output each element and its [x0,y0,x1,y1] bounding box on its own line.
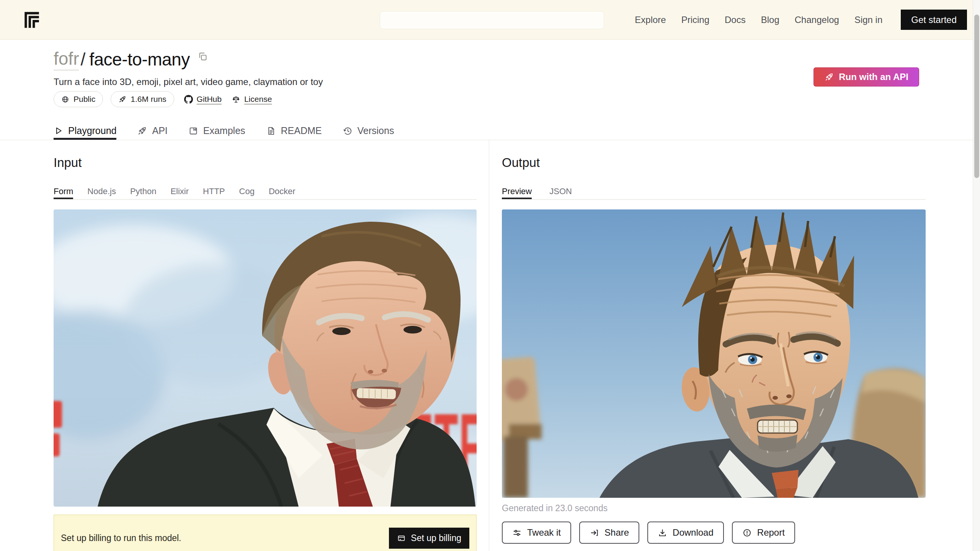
tweak-it-button[interactable]: Tweak it [502,522,571,544]
generation-time: Generated in 23.0 seconds [502,503,608,513]
tab-versions[interactable]: Versions [343,122,394,140]
search-input[interactable] [380,11,604,29]
sign-in-link[interactable]: Sign in [854,15,882,25]
download-button[interactable]: Download [647,522,724,544]
output-column: Output Preview JSON [490,140,973,551]
top-nav: Explore Pricing Docs Blog Changelog Sign… [635,10,967,30]
output-heading: Output [502,155,540,170]
run-with-api-button[interactable]: Run with an API [813,67,919,87]
tab-examples[interactable]: Examples [188,122,245,140]
output-tab-json[interactable]: JSON [549,184,572,199]
site-header: Explore Pricing Docs Blog Changelog Sign… [0,0,980,40]
tab-label: Versions [358,125,394,136]
share-icon [590,528,599,538]
download-icon [658,528,667,538]
tab-label: API [152,125,167,136]
license-link[interactable]: License [232,95,272,104]
page-title: face-to-many [89,49,189,70]
input-image[interactable]: NETFL [54,209,477,507]
runs-badge: 1.6M runs [111,91,174,107]
visibility-badge: Public [54,91,103,107]
replicate-model-page: Explore Pricing Docs Blog Changelog Sign… [0,0,980,551]
page-scrollbar[interactable] [973,0,980,551]
model-tab-bar: Playground API Examples README Versions [0,122,973,140]
input-tab-http[interactable]: HTTP [203,184,225,199]
title-separator: / [80,49,85,70]
owner-link[interactable]: fofr [54,48,79,70]
tab-label: README [281,125,322,136]
model-description: Turn a face into 3D, emoji, pixel art, v… [54,77,323,87]
output-tabs: Preview JSON [502,184,926,200]
nav-blog[interactable]: Blog [761,15,779,25]
box-icon [188,126,198,136]
tweak-it-label: Tweak it [527,527,561,538]
set-up-billing-button[interactable]: Set up billing [389,528,469,549]
report-label: Report [757,527,785,538]
license-label: License [244,95,272,104]
input-language-tabs: Form Node.js Python Elixir HTTP Cog Dock… [54,184,477,200]
wallet-icon [397,534,406,543]
tab-label: Examples [203,125,245,136]
scrollbar-thumb[interactable] [974,15,979,178]
github-link[interactable]: GitHub [184,95,222,104]
nav-changelog[interactable]: Changelog [795,15,839,25]
run-with-api-label: Run with an API [839,72,908,82]
rocket-icon [824,72,834,82]
document-icon [266,126,276,136]
github-label: GitHub [197,95,222,104]
replicate-logo-icon[interactable] [23,10,41,29]
tab-label: Playground [68,125,116,136]
input-heading: Input [54,155,82,170]
input-tab-elixir[interactable]: Elixir [170,184,189,199]
share-button[interactable]: Share [579,522,639,544]
input-tab-form[interactable]: Form [54,184,73,199]
input-tab-python[interactable]: Python [130,184,157,199]
scales-icon [232,95,240,104]
input-column: Input Form Node.js Python Elixir HTTP Co… [0,140,489,551]
badge-row: Public 1.6M runs GitHub License [54,91,272,107]
input-tab-cog[interactable]: Cog [239,184,255,199]
tab-playground[interactable]: Playground [54,122,116,140]
input-tab-docker[interactable]: Docker [269,184,296,199]
globe-icon [61,95,69,103]
output-tab-preview[interactable]: Preview [502,184,532,199]
report-button[interactable]: Report [732,522,795,544]
tab-readme[interactable]: README [266,122,322,140]
rocket-icon [137,126,147,136]
set-up-billing-label: Set up billing [411,533,461,543]
billing-message: Set up billing to run this model. [61,533,181,543]
get-started-button[interactable]: Get started [901,10,967,30]
playground-main: Input Form Node.js Python Elixir HTTP Co… [0,140,980,551]
share-label: Share [604,527,629,538]
input-tab-nodejs[interactable]: Node.js [87,184,116,199]
runs-count: 1.6M runs [131,95,166,104]
rocket-icon [118,95,126,103]
nav-docs[interactable]: Docs [725,15,746,25]
visibility-label: Public [74,95,95,104]
output-render-illustration [502,209,926,498]
history-icon [343,126,353,136]
github-icon [184,95,193,104]
sliders-icon [512,528,522,538]
copy-icon [198,51,208,62]
download-label: Download [673,527,714,538]
output-actions: Tweak it Share Download Report [502,522,795,544]
output-image[interactable] [502,209,926,498]
tab-api[interactable]: API [137,122,167,140]
play-icon [54,126,63,136]
report-icon [742,528,752,538]
input-photo-illustration: NETFL [54,209,477,507]
model-title-row: fofr / face-to-many [54,48,208,70]
copy-model-name-button[interactable] [198,51,208,62]
nav-explore[interactable]: Explore [635,15,666,25]
billing-banner: Set up billing to run this model. Set up… [54,515,477,551]
nav-pricing[interactable]: Pricing [681,15,709,25]
